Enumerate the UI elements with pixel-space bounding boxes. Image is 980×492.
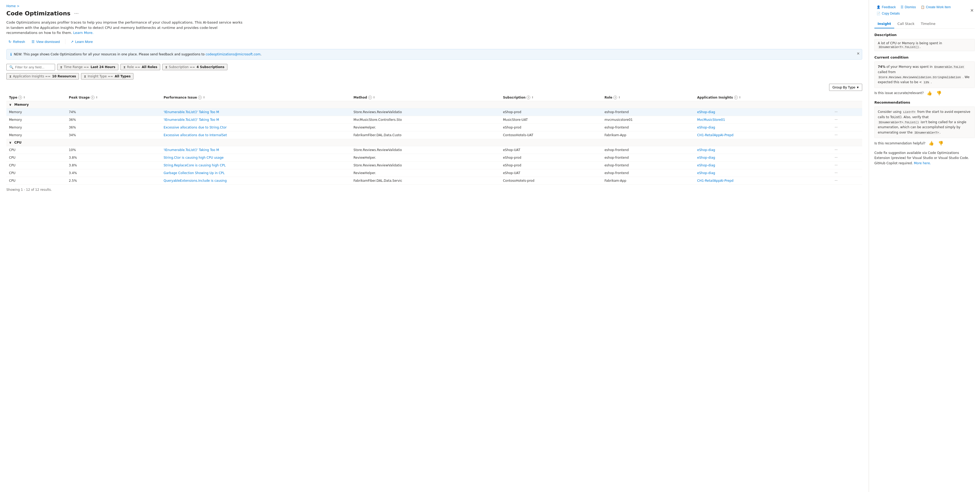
subscription-filter[interactable]: ⧗ Subscription == 4 Subscriptions <box>162 64 227 70</box>
filter-input[interactable]: 🔍 <box>6 64 55 70</box>
cell-issue[interactable]: Excessive allocations due to String.Ctor <box>161 123 351 131</box>
cell-app-insights[interactable]: eShop-diag <box>695 146 830 154</box>
col-type[interactable]: Type i ↕ <box>6 94 66 101</box>
role-filter[interactable]: ⧗ Role == All Roles <box>121 64 160 70</box>
cell-issue[interactable]: Excessive allocations due to InternalSet <box>161 131 351 139</box>
col-method-info[interactable]: i <box>368 96 372 99</box>
info-banner-close-button[interactable]: ✕ <box>857 51 860 56</box>
issue-link[interactable]: String.Ctor is causing high CPU usage <box>164 156 224 160</box>
app-insights-link[interactable]: eShop-diag <box>697 163 715 167</box>
table-row[interactable]: Memory 34% Excessive allocations due to … <box>6 131 862 139</box>
learn-more-button[interactable]: ↗ Learn More <box>68 39 95 45</box>
view-dismissed-button[interactable]: ☰ View dismissed <box>29 39 62 45</box>
cell-actions[interactable]: ··· <box>830 177 862 184</box>
app-insights-link[interactable]: MvcMusicStore01 <box>697 118 725 121</box>
col-perf-info[interactable]: i <box>198 96 202 99</box>
cell-app-insights[interactable]: eShop-diag <box>695 108 830 116</box>
insight-type-filter[interactable]: ⧗ Insight Type == All Types <box>81 73 134 80</box>
issue-link[interactable]: String.ReplaceCore is causing high CPL <box>164 163 226 167</box>
col-ai-sort[interactable]: ↕ <box>739 96 741 99</box>
table-row[interactable]: CPU 3.8% String.Ctor is causing high CPU… <box>6 154 862 161</box>
cell-app-insights[interactable]: CH1-RetailAppAI-Prepd <box>695 177 830 184</box>
info-banner-email-link[interactable]: codeoptimizations@microsoft.com <box>206 53 261 56</box>
time-range-filter[interactable]: ⧗ Time Range == Last 24 Hours <box>57 64 118 70</box>
thumbs-down-accuracy-button[interactable]: 👎 <box>935 90 943 96</box>
app-insights-filter[interactable]: ⧗ Application Insights == 10 Resources <box>6 73 79 80</box>
cell-app-insights[interactable]: eShop-diag <box>695 154 830 161</box>
issue-link[interactable]: Excessive allocations due to String.Ctor <box>164 126 227 129</box>
col-sub-info[interactable]: i <box>527 96 530 99</box>
table-row[interactable]: CPU 2.5% QueryableExtensions.Include is … <box>6 177 862 184</box>
row-more-icon[interactable]: ··· <box>833 133 839 137</box>
issue-link[interactable]: Garbage Collection Showing Up in CPL <box>164 171 225 175</box>
row-more-icon[interactable]: ··· <box>833 148 839 152</box>
cell-actions[interactable]: ··· <box>830 123 862 131</box>
more-options-icon[interactable]: ··· <box>73 10 80 17</box>
col-peak-info[interactable]: i <box>91 96 94 99</box>
col-peak-usage[interactable]: Peak Usage i ↕ <box>66 94 161 101</box>
col-sub-sort[interactable]: ↕ <box>531 96 533 99</box>
cell-app-insights[interactable]: eShop-diag <box>695 123 830 131</box>
col-method[interactable]: Method i ↕ <box>351 94 500 101</box>
row-more-icon[interactable]: ··· <box>833 178 839 183</box>
app-insights-link[interactable]: eShop-diag <box>697 171 715 175</box>
cell-actions[interactable]: ··· <box>830 161 862 169</box>
cell-actions[interactable]: ··· <box>830 116 862 123</box>
app-insights-link[interactable]: eShop-diag <box>697 126 715 129</box>
col-app-insights[interactable]: Application Insights i ↕ <box>695 94 830 101</box>
row-more-icon[interactable]: ··· <box>833 155 839 160</box>
group-expand-icon[interactable]: ∨ <box>9 141 12 144</box>
col-role-info[interactable]: i <box>613 96 617 99</box>
thumbs-up-rec-button[interactable]: 👍 <box>928 140 935 146</box>
col-type-info[interactable]: i <box>18 96 22 99</box>
cell-app-insights[interactable]: eShop-diag <box>695 161 830 169</box>
col-method-sort[interactable]: ↕ <box>373 96 375 99</box>
row-more-icon[interactable]: ··· <box>833 163 839 168</box>
more-here-link[interactable]: More here. <box>914 161 931 165</box>
row-more-icon[interactable]: ··· <box>833 110 839 115</box>
col-ai-info[interactable]: i <box>734 96 738 99</box>
cell-actions[interactable]: ··· <box>830 108 862 116</box>
thumbs-down-rec-button[interactable]: 👎 <box>937 140 945 146</box>
tab-insight[interactable]: Insight <box>874 19 894 28</box>
row-more-icon[interactable]: ··· <box>833 171 839 176</box>
issue-link[interactable]: 'IEnumerable.ToList()' Taking Too M <box>164 110 219 114</box>
cell-issue[interactable]: 'IEnumerable.ToList()' Taking Too M <box>161 116 351 123</box>
app-insights-link[interactable]: eShop-diag <box>697 110 715 114</box>
col-peak-sort[interactable]: ↕ <box>95 96 98 99</box>
cell-issue[interactable]: 'IEnumerable.ToList()' Taking Too M <box>161 108 351 116</box>
app-insights-link[interactable]: eShop-diag <box>697 156 715 160</box>
table-row[interactable]: CPU 3.4% Garbage Collection Showing Up i… <box>6 169 862 177</box>
col-perf-sort[interactable]: ↕ <box>203 96 205 99</box>
refresh-button[interactable]: ↻ Refresh <box>6 39 27 45</box>
col-type-sort[interactable]: ↕ <box>23 96 25 99</box>
thumbs-up-accuracy-button[interactable]: 👍 <box>926 90 933 96</box>
copy-details-button[interactable]: 📄 Copy Details <box>874 11 902 16</box>
table-row[interactable]: CPU 3.8% String.ReplaceCore is causing h… <box>6 161 862 169</box>
col-subscription[interactable]: Subscription i ↕ <box>500 94 602 101</box>
col-role-sort[interactable]: ↕ <box>618 96 620 99</box>
cell-issue[interactable]: 'IEnumerable.ToList()' Taking Too M <box>161 146 351 154</box>
dismiss-button[interactable]: ☰ Dismiss <box>899 4 918 10</box>
app-insights-link[interactable]: eShop-diag <box>697 148 715 152</box>
cell-app-insights[interactable]: CH1-RetailAppAI-Prepd <box>695 131 830 139</box>
issue-link[interactable]: Excessive allocations due to InternalSet <box>164 133 227 137</box>
cell-app-insights[interactable]: MvcMusicStore01 <box>695 116 830 123</box>
issue-link[interactable]: 'IEnumerable.ToList()' Taking Too M <box>164 148 219 152</box>
app-insights-link[interactable]: CH1-RetailAppAI-Prepd <box>697 133 733 137</box>
issue-link[interactable]: QueryableExtensions.Include is causing <box>164 179 227 182</box>
cell-issue[interactable]: String.Ctor is causing high CPU usage <box>161 154 351 161</box>
table-row[interactable]: Memory 36% Excessive allocations due to … <box>6 123 862 131</box>
tab-call-stack[interactable]: Call Stack <box>894 19 918 28</box>
row-more-icon[interactable]: ··· <box>833 125 839 130</box>
issue-link[interactable]: 'IEnumerable.ToList()' Taking Too M <box>164 118 219 121</box>
cell-issue[interactable]: Garbage Collection Showing Up in CPL <box>161 169 351 177</box>
create-work-item-button[interactable]: 📋 Create Work Item <box>919 4 953 10</box>
col-role[interactable]: Role i ↕ <box>602 94 694 101</box>
cell-actions[interactable]: ··· <box>830 154 862 161</box>
col-performance-issue[interactable]: Performance Issue i ↕ <box>161 94 351 101</box>
cell-actions[interactable]: ··· <box>830 169 862 177</box>
filter-text-input[interactable] <box>15 65 52 69</box>
tab-timeline[interactable]: Timeline <box>918 19 939 28</box>
group-by-button[interactable]: Group By Type ▾ <box>829 84 862 91</box>
